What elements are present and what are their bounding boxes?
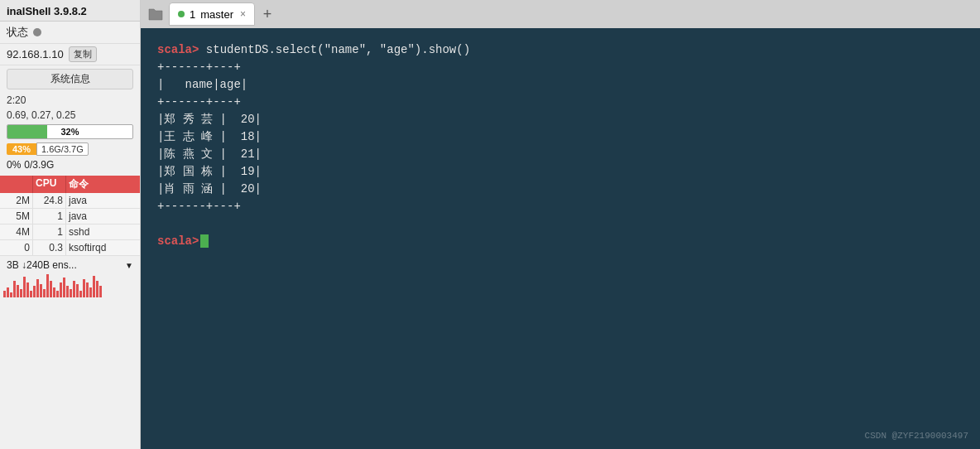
col-cmd-header: 命令 — [66, 176, 140, 193]
sparkline-bar — [46, 274, 49, 297]
process-cmd: sshd — [66, 224, 140, 239]
terminal-table-line: |陈 燕 文 | 21| — [157, 147, 262, 161]
terminal-tab[interactable]: 1 master × — [169, 2, 255, 26]
net-label: 3B ↓240B ens... — [7, 259, 122, 271]
sparkline-bar — [76, 284, 79, 297]
disk-row: 0% 0/3.9G — [7, 159, 133, 171]
terminal-line: | name|age| — [157, 76, 963, 94]
folder-icon[interactable] — [144, 2, 167, 26]
sparkline-bar — [20, 289, 22, 297]
terminal-line — [157, 215, 963, 233]
terminal-table-line: +------+---+ — [157, 95, 241, 109]
terminal-area[interactable]: scala> studentDS.select("name", "age").s… — [141, 28, 980, 449]
col-mem-header — [0, 176, 33, 193]
sparkline-bar — [56, 291, 59, 297]
sparkline-bar — [23, 277, 26, 297]
cpu-pct-label: 32% — [60, 127, 79, 137]
process-mem: 4M — [0, 224, 33, 239]
sparkline-bar — [79, 291, 82, 297]
tab-status-dot — [178, 11, 185, 17]
load-row: 0.69, 0.27, 0.25 — [0, 108, 140, 123]
terminal-cmd: studentDS.select("name", "age").show() — [199, 43, 470, 56]
copy-button[interactable]: 复制 — [69, 46, 97, 62]
sparkline-bar — [96, 281, 98, 297]
terminal-line: |肖 雨 涵 | 20| — [157, 181, 963, 198]
terminal-line: +------+---+ — [157, 94, 963, 111]
process-cmd: java — [66, 193, 140, 208]
sparkline-bar — [13, 281, 16, 297]
tab-name: master — [200, 8, 233, 21]
mem-row: 43% 1.6G/3.7G — [7, 142, 133, 156]
net-arrow[interactable]: ▼ — [125, 261, 133, 270]
sparkline-bar — [53, 287, 55, 297]
terminal-table-line: | name|age| — [157, 78, 247, 91]
sparkline — [3, 273, 137, 297]
tab-add-button[interactable]: + — [257, 3, 278, 25]
sparkline-bar — [10, 292, 12, 297]
terminal-cursor — [200, 234, 209, 248]
process-mem: 2M — [0, 193, 33, 208]
terminal-table-line: +------+---+ — [157, 60, 241, 74]
uptime-row: 2:20 — [0, 93, 140, 108]
sparkline-bar — [7, 287, 9, 297]
terminal-line: scala> — [157, 233, 963, 250]
tab-close-button[interactable]: × — [240, 8, 246, 20]
sparkline-bar — [66, 286, 69, 297]
sparkline-bar — [70, 289, 72, 297]
watermark: CSDN @ZYF2190003497 — [865, 431, 968, 441]
process-cpu: 24.8 — [33, 193, 66, 208]
terminal-line: +------+---+ — [157, 59, 963, 76]
tab-number: 1 — [190, 8, 195, 21]
disk-val-label: 0/3.9G — [24, 159, 54, 171]
ip-row: 92.168.1.10 复制 — [0, 44, 140, 65]
ip-address: 92.168.1.10 — [7, 48, 64, 60]
process-cpu: 1 — [33, 209, 66, 224]
process-cmd: java — [66, 209, 140, 224]
sparkline-bar — [63, 278, 65, 297]
right-panel: 1 master × + scala> studentDS.select("na… — [141, 0, 980, 449]
sparkline-bar — [60, 282, 62, 297]
terminal-table-line: |郑 秀 芸 | 20| — [157, 113, 262, 126]
terminal-table-line: |王 志 峰 | 18| — [157, 130, 262, 143]
sparkline-bar — [33, 286, 36, 297]
terminal-table-line: |肖 雨 涵 | 20| — [157, 182, 262, 196]
terminal-line: |陈 燕 文 | 21| — [157, 146, 963, 163]
sparkline-bar — [73, 281, 75, 297]
terminal-table-line: |郑 国 栋 | 19| — [157, 165, 262, 178]
sparkline-bar — [89, 287, 92, 297]
terminal-line: |王 志 峰 | 18| — [157, 128, 963, 146]
process-mem: 0 — [0, 240, 33, 255]
process-rows: 2M 24.8 java 5M 1 java 4M 1 sshd 0 0.3 k… — [0, 193, 140, 256]
col-cpu-header: CPU — [33, 176, 66, 193]
process-cpu: 1 — [33, 224, 66, 239]
cpu-progress-fill — [7, 125, 47, 138]
sparkline-bar — [40, 284, 42, 297]
terminal-prompt: scala> — [157, 43, 199, 56]
sparkline-bar — [83, 279, 85, 297]
sparkline-bar — [43, 289, 46, 297]
table-row: 2M 24.8 java — [0, 193, 140, 209]
table-row: 0 0.3 ksoftirqd — [0, 240, 140, 256]
tab-bar: 1 master × + — [141, 0, 980, 28]
sparkline-bar — [50, 281, 52, 297]
terminal-prompt: scala> — [157, 234, 199, 248]
status-label: 状态 — [7, 25, 28, 40]
network-row: 3B ↓240B ens... ▼ — [0, 258, 140, 273]
app-title: inalShell 3.9.8.2 — [0, 0, 140, 22]
process-cpu: 0.3 — [33, 240, 66, 255]
sparkline-bar — [3, 291, 6, 297]
table-row: 5M 1 java — [0, 209, 140, 224]
terminal-line: |郑 国 栋 | 19| — [157, 163, 963, 181]
sparkline-bar — [30, 291, 32, 297]
process-cmd: ksoftirqd — [66, 240, 140, 255]
terminal-line: scala> studentDS.select("name", "age").s… — [157, 41, 963, 59]
sparkline-bar — [99, 286, 102, 297]
sparkline-bar — [86, 282, 89, 297]
table-row: 4M 1 sshd — [0, 224, 140, 240]
sys-info-button[interactable]: 系统信息 — [7, 69, 133, 89]
terminal-table-line: +------+---+ — [157, 200, 241, 213]
cpu-progress-bar: 32% — [7, 124, 133, 139]
disk-pct-label: 0% — [7, 159, 21, 171]
sparkline-bar — [36, 279, 39, 297]
status-dot — [33, 28, 41, 36]
